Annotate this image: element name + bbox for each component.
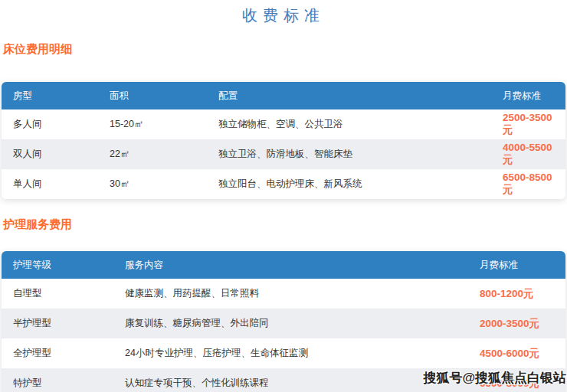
column-header: 护理等级 [2, 251, 113, 279]
table-cell: 半护理型 [2, 309, 113, 338]
table-row: 单人间30㎡独立阳台、电动护理床、新风系统6500-8500元 [2, 169, 565, 199]
table-row: 自理型健康监测、用药提醒、日常照料800-1200元 [2, 279, 565, 309]
table-row: 多人间15-20㎡独立储物柜、空调、公共卫浴2500-3500元 [2, 109, 565, 139]
table-cell: 自理型 [2, 279, 113, 309]
table-cell: 24小时专业护理、压疮护理、生命体征监测 [113, 338, 468, 368]
table-cell: 认知症专项干预、个性化训练课程 [113, 368, 468, 392]
table-cell: 双人间 [2, 139, 98, 169]
table-cell: 单人间 [2, 169, 98, 199]
table-cell: 30㎡ [98, 169, 207, 199]
column-header: 配置 [207, 82, 491, 109]
table-row: 双人间22㎡独立卫浴、防滑地板、智能床垫4000-5500元 [2, 139, 565, 169]
table-row: 特护型认知症专项干预、个性化训练课程6500-8000元 [2, 368, 565, 392]
table-cell: 独立卫浴、防滑地板、智能床垫 [207, 139, 491, 169]
section-title-nursing-fees: 护理服务费用 [0, 217, 567, 232]
table-cell: 15-20㎡ [98, 109, 207, 139]
price-cell: 2000-3500元 [468, 309, 565, 338]
price-cell: 4000-5500元 [491, 139, 565, 169]
table-row: 全护理型24小时专业护理、压疮护理、生命体征监测4500-6000元 [2, 338, 565, 368]
column-header: 月费标准 [491, 82, 565, 109]
price-cell: 4500-6000元 [468, 338, 565, 368]
price-cell: 800-1200元 [468, 279, 565, 309]
column-header: 房型 [2, 82, 98, 109]
table-cell: 康复训练、糖尿病管理、外出陪同 [113, 309, 468, 338]
table-cell: 多人间 [2, 109, 98, 139]
table-cell: 独立阳台、电动护理床、新风系统 [207, 169, 491, 199]
table-cell: 健康监测、用药提醒、日常照料 [113, 279, 468, 309]
nursing-fee-table: 护理等级服务内容月费标准 自理型健康监测、用药提醒、日常照料800-1200元半… [2, 251, 565, 392]
price-cell: 6500-8000元 [468, 368, 565, 392]
bed-fee-table-header: 房型面积配置月费标准 [2, 82, 565, 109]
nursing-fee-table-body: 自理型健康监测、用药提醒、日常照料800-1200元半护理型康复训练、糖尿病管理… [2, 279, 565, 392]
page-title: 收费标准 [0, 0, 567, 26]
table-cell: 特护型 [2, 368, 113, 392]
table-cell: 独立储物柜、空调、公共卫浴 [207, 109, 491, 139]
table-cell: 22㎡ [98, 139, 207, 169]
table-row: 半护理型康复训练、糖尿病管理、外出陪同2000-3500元 [2, 309, 565, 338]
bed-fee-table-body: 多人间15-20㎡独立储物柜、空调、公共卫浴2500-3500元双人间22㎡独立… [2, 109, 565, 199]
nursing-fee-table-header: 护理等级服务内容月费标准 [2, 251, 565, 279]
column-header: 服务内容 [113, 251, 468, 279]
price-cell: 6500-8500元 [491, 169, 565, 199]
section-title-bed-fees: 床位费用明细 [0, 42, 567, 57]
price-cell: 2500-3500元 [491, 109, 565, 139]
table-cell: 全护理型 [2, 338, 113, 368]
bed-fee-table: 房型面积配置月费标准 多人间15-20㎡独立储物柜、空调、公共卫浴2500-35… [2, 82, 565, 199]
page: 收费标准 床位费用明细 房型面积配置月费标准 多人间15-20㎡独立储物柜、空调… [0, 0, 567, 392]
column-header: 面积 [98, 82, 207, 109]
column-header: 月费标准 [468, 251, 565, 279]
